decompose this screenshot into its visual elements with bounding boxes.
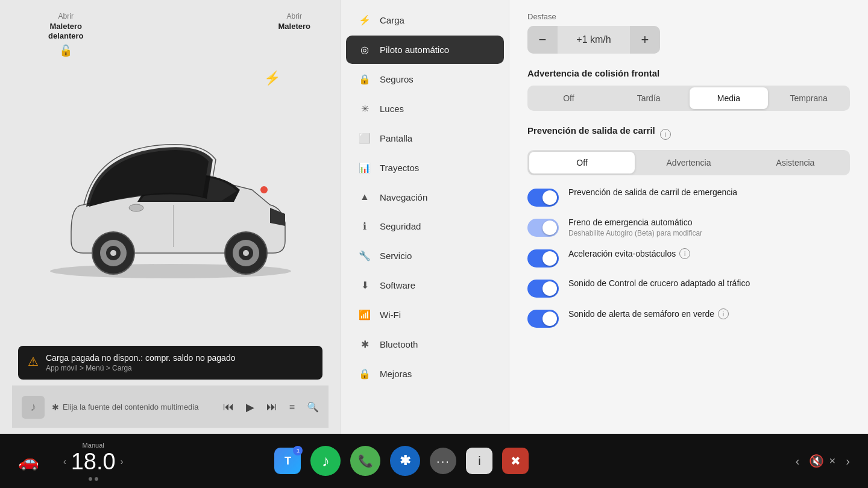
speed-increment-button[interactable]: + [630,26,660,54]
menu-item-bluetooth[interactable]: ✱ Bluetooth [346,330,504,358]
collision-media[interactable]: Media [690,87,769,109]
gear-dot-1 [89,477,92,481]
menu-label-wifi: Wi-Fi [380,310,401,320]
toggle-traffic-light-switch[interactable] [527,310,559,328]
menu-item-servicio[interactable]: 🔧 Servicio [346,242,504,270]
front-trunk-name: Maleterodelantero [48,22,84,42]
toggle-knob [542,281,557,296]
more-dots-icon: ··· [436,454,450,468]
svg-point-11 [260,186,268,193]
t-icon: T [285,455,291,468]
speed-number: 18.0 [71,449,116,475]
bluetooth-small-icon: ✱ [52,402,59,412]
right-panel: Desfase − +1 km/h + Advertencia de colis… [509,0,868,434]
trunk-name: Maletero [278,22,310,32]
speed-right-arrow[interactable]: › [121,457,124,466]
traffic-light-info-icon[interactable]: i [718,308,729,319]
settings-menu: ⚡ Carga ◎ Piloto automático 🔒 Seguros ✳ … [341,0,509,434]
play-button[interactable]: ▶ [246,401,254,414]
warning-text: Carga pagada no dispon.: compr. saldo no… [46,353,235,372]
nav-icon: ✖ [511,454,521,468]
car-image-container: ⚡ [12,46,329,346]
lane-info-icon[interactable]: i [660,129,671,140]
toggle-cruise-sound-switch[interactable] [527,280,559,298]
media-album-icon: ♪ [22,396,45,419]
main-content: Abrir Maleterodelantero 🔓 Abrir Maletero… [0,0,868,434]
menu-item-trayectos[interactable]: 📊 Trayectos [346,154,504,182]
search-icon[interactable]: 🔍 [307,401,319,413]
toggle-obstacle-switch[interactable] [527,249,559,267]
speed-display: ‹ 18.0 › [63,449,123,475]
menu-item-seguridad[interactable]: ℹ Seguridad [346,212,504,240]
spotify-icon: ♪ [322,452,330,471]
taskbar-apps: T 1 ♪ 📞 ✱ ··· i ✖ [274,446,529,476]
lane-asistencia[interactable]: Asistencia [743,152,848,174]
toggle-auto-brake-switch[interactable] [527,219,559,237]
collision-warning-section: Advertencia de colisión frontal Off Tard… [527,68,850,111]
trunk-abrir: Abrir [278,12,310,22]
taskbar-right: ‹ 🔇 ✕ › [796,454,850,468]
software-icon: ⬇ [358,280,371,291]
servicio-icon: 🔧 [358,250,371,261]
calendar-button[interactable]: i [466,448,492,474]
more-apps-button[interactable]: ··· [430,448,456,474]
next-arrow[interactable]: › [846,454,850,468]
car-icon[interactable]: 🚗 [18,451,39,471]
collision-options: Off Tardía Media Temprana [527,86,850,111]
speed-decrement-button[interactable]: − [527,26,558,54]
toggle-emergency-lane-switch[interactable] [527,189,559,207]
menu-label-carga: Carga [380,15,404,25]
warning-subtitle: App móvil > Menú > Carga [46,364,235,372]
toggle-obstacle: Aceleración evita-obstáculos i [527,248,850,267]
menu-item-wifi[interactable]: 📶 Wi-Fi [346,301,504,329]
pantalla-icon: ⬜ [358,133,371,144]
collision-off[interactable]: Off [529,87,608,109]
media-source: ✱ Elija la fuente del contenido multimed… [52,402,216,412]
t-app-button[interactable]: T 1 [274,448,301,474]
mejoras-icon: 🔒 [358,368,371,380]
svg-point-4 [110,250,116,256]
obstacle-info-icon[interactable]: i [679,248,690,259]
lane-advertencia[interactable]: Advertencia [636,152,741,174]
prev-button[interactable]: ⏮ [223,401,234,413]
menu-item-pantalla[interactable]: ⬜ Pantalla [346,124,504,152]
phone-icon: 📞 [358,454,373,468]
speed-left-arrow[interactable]: ‹ [63,457,66,466]
svg-point-10 [129,204,143,211]
collision-temprana[interactable]: Temprana [769,87,848,109]
volume-mute-icon[interactable]: 🔇 [809,454,824,468]
calendar-icon: i [478,454,480,468]
nav-button[interactable]: ✖ [502,448,529,474]
lane-off[interactable]: Off [529,152,635,174]
menu-item-carga[interactable]: ⚡ Carga [346,6,504,34]
speed-control: − +1 km/h + [527,26,660,54]
media-bar: ♪ ✱ Elija la fuente del contenido multim… [12,386,329,428]
media-controls[interactable]: ⏮ ▶ ⏭ ≡ 🔍 [223,401,319,414]
lane-departure-section: Prevención de salida de carril i Off Adv… [527,125,850,175]
spotify-button[interactable]: ♪ [310,446,341,476]
trayectos-icon: 📊 [358,162,371,174]
carga-icon: ⚡ [358,14,371,26]
menu-item-navegacion[interactable]: ▲ Navegación [346,183,504,211]
toggle-auto-brake-text: Freno de emergencia automático Deshabili… [568,217,850,237]
prev-arrow[interactable]: ‹ [796,454,800,468]
equalizer-icon[interactable]: ≡ [289,402,295,413]
menu-label-servicio: Servicio [380,251,412,261]
menu-label-seguridad: Seguridad [380,221,421,231]
menu-item-mejoras[interactable]: 🔒 Mejoras [346,360,504,388]
menu-item-piloto[interactable]: ◎ Piloto automático [346,36,504,64]
svg-point-8 [243,250,249,256]
speed-value: +1 km/h [558,34,630,45]
next-button[interactable]: ⏭ [266,401,277,413]
speed-section: Manual ‹ 18.0 › [51,442,135,481]
desfase-label: Desfase [527,12,850,21]
collision-tardia[interactable]: Tardía [609,87,688,109]
toggle-auto-brake-title: Freno de emergencia automático [568,217,850,227]
menu-item-luces[interactable]: ✳ Luces [346,95,504,123]
bluetooth-button[interactable]: ✱ [390,446,420,476]
toggle-emergency-lane-text: Prevención de salida de carril de emerge… [568,187,850,197]
navegacion-icon: ▲ [358,192,371,202]
phone-button[interactable]: 📞 [350,446,380,476]
menu-item-software[interactable]: ⬇ Software [346,271,504,299]
menu-item-seguros[interactable]: 🔒 Seguros [346,65,504,93]
